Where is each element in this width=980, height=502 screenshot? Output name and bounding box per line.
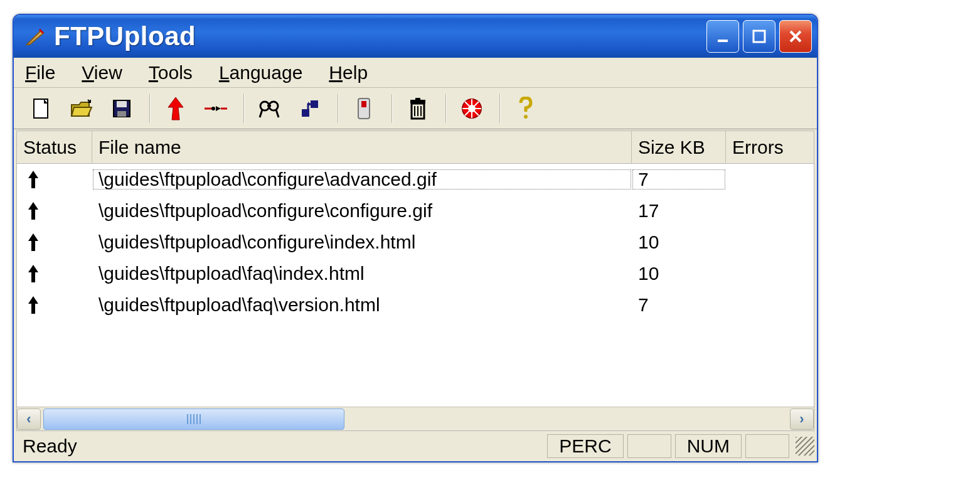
toolbar-separator — [243, 94, 245, 123]
open-icon[interactable] — [63, 92, 100, 125]
status-arrow-icon — [17, 201, 92, 221]
column-filename[interactable]: File name — [92, 131, 632, 163]
svg-rect-5 — [117, 111, 126, 117]
file-list: Status File name Size KB Errors \guides\… — [16, 131, 814, 431]
close-button[interactable] — [779, 20, 812, 53]
svg-rect-4 — [117, 101, 127, 107]
horizontal-scrollbar[interactable]: ‹ › — [17, 407, 814, 430]
table-row[interactable]: \guides\ftpupload\configure\advanced.gif… — [17, 164, 814, 195]
scroll-thumb[interactable] — [43, 409, 344, 430]
svg-rect-0 — [718, 40, 728, 42]
save-icon[interactable] — [103, 92, 141, 125]
table-row[interactable]: \guides\ftpupload\configure\configure.gi… — [17, 195, 814, 227]
delete-icon[interactable] — [399, 92, 437, 125]
svg-rect-9 — [267, 105, 271, 107]
column-errors[interactable]: Errors — [726, 131, 814, 163]
menu-tools[interactable]: Tools — [149, 62, 193, 83]
menu-help[interactable]: Help — [329, 62, 368, 83]
maximize-button[interactable] — [743, 20, 775, 53]
cell-size: 10 — [632, 263, 726, 284]
cell-filename: \guides\ftpupload\configure\index.html — [92, 232, 632, 253]
cell-size: 7 — [632, 294, 726, 316]
toolbar-separator — [149, 94, 151, 123]
toolbar-separator — [445, 94, 447, 123]
cell-size: 17 — [632, 200, 726, 222]
status-arrow-icon — [17, 169, 92, 190]
path-icon[interactable] — [291, 92, 329, 125]
app-window: FTPUpload File View Tools Language Help — [13, 14, 818, 462]
cell-filename: \guides\ftpupload\configure\advanced.gif — [92, 169, 632, 190]
statusbar: Ready PERC NUM — [14, 431, 817, 461]
toolbar-separator — [499, 94, 501, 123]
cell-filename: \guides\ftpupload\configure\configure.gi… — [92, 200, 632, 222]
resize-grip-icon[interactable] — [796, 437, 814, 456]
status-ready: Ready — [23, 435, 547, 457]
svg-rect-1 — [754, 31, 765, 42]
scroll-grip-icon — [187, 414, 201, 424]
help-icon[interactable] — [507, 92, 545, 125]
new-icon[interactable] — [23, 92, 60, 125]
menu-file[interactable]: File — [25, 62, 55, 83]
status-arrow-icon — [17, 232, 92, 252]
table-row[interactable]: \guides\ftpupload\faq\index.html10 — [17, 258, 814, 289]
toolbar — [14, 88, 817, 129]
find-icon[interactable] — [251, 92, 289, 125]
scroll-track[interactable] — [43, 409, 787, 430]
app-icon — [23, 24, 48, 49]
scroll-right-button[interactable]: › — [790, 409, 814, 430]
file-rows: \guides\ftpupload\configure\advanced.gif… — [17, 164, 814, 407]
cell-size: 7 — [632, 169, 726, 190]
menu-language[interactable]: Language — [219, 62, 302, 83]
menu-view[interactable]: View — [82, 62, 122, 83]
toolbar-separator — [391, 94, 393, 123]
column-size[interactable]: Size KB — [632, 131, 726, 163]
svg-rect-11 — [311, 100, 318, 108]
column-headers: Status File name Size KB Errors — [17, 131, 814, 164]
cell-filename: \guides\ftpupload\faq\index.html — [92, 263, 632, 284]
stop-icon[interactable] — [453, 92, 491, 125]
menubar: File View Tools Language Help — [14, 58, 817, 88]
upload-icon[interactable] — [157, 92, 194, 125]
cell-filename: \guides\ftpupload\faq\version.html — [92, 294, 632, 316]
window-title: FTPUpload — [54, 21, 703, 51]
scroll-left-button[interactable]: ‹ — [17, 409, 41, 430]
minimize-button[interactable] — [706, 20, 739, 53]
options-icon[interactable] — [345, 92, 383, 125]
status-pane-empty1 — [627, 434, 671, 458]
status-arrow-icon — [17, 264, 92, 284]
connect-icon[interactable] — [197, 92, 235, 125]
status-pane-num: NUM — [675, 434, 742, 458]
table-row[interactable]: \guides\ftpupload\faq\version.html7 — [17, 289, 814, 321]
table-row[interactable]: \guides\ftpupload\configure\index.html10 — [17, 227, 814, 258]
status-pane-empty2 — [745, 434, 789, 458]
svg-point-19 — [524, 115, 528, 119]
status-pane-perc: PERC — [547, 434, 623, 458]
svg-point-6 — [211, 107, 215, 110]
status-arrow-icon — [17, 295, 92, 315]
toolbar-separator — [338, 94, 339, 123]
svg-rect-16 — [415, 98, 420, 100]
cell-size: 10 — [632, 232, 726, 253]
titlebar[interactable]: FTPUpload — [14, 15, 817, 58]
svg-rect-13 — [361, 101, 366, 107]
column-status[interactable]: Status — [17, 131, 92, 163]
